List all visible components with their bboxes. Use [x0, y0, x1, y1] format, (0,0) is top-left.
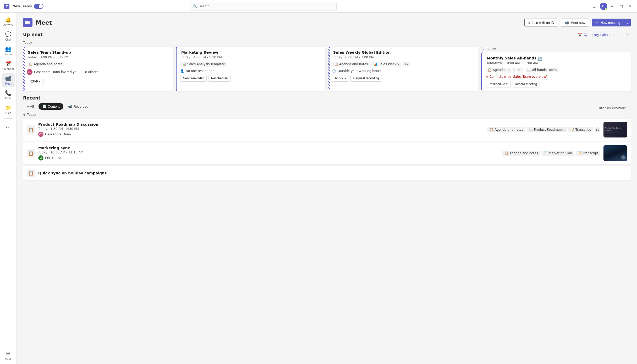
card-tag-agenda-allhands[interactable]: 📋 Agenda and notes [486, 68, 523, 72]
reschedule-button-marketing[interactable]: Reschedule [208, 75, 230, 82]
record-meeting-button[interactable]: Record meeting [512, 81, 540, 87]
extra-tag-product: +2 [595, 127, 600, 133]
agenda-icon-allhands: 📋 [488, 68, 492, 72]
list-attendee-marketing-sync: EI Eric Ishida [38, 155, 499, 161]
filter-keyword-label: Filter by keyword [597, 106, 631, 110]
calendar-small-icon: 📅 [578, 33, 582, 37]
content-area: Meet # Join with an ID 📹 Meet now ＋ New … [17, 13, 637, 364]
agenda-icon: 📋 [29, 62, 33, 66]
meet-icon: 📹 [5, 75, 12, 81]
sidebar-item-apps[interactable]: ⊞ Apps [2, 348, 15, 362]
maximize-button[interactable]: □ [618, 3, 625, 10]
today-group: ▼ Today 📋 Product Roadmap Discussion Tod… [23, 113, 631, 180]
nav-arrows: ‹ › [47, 3, 62, 10]
rsvp-button-weekly[interactable]: RSVP ▾ [332, 75, 349, 82]
conflict-link[interactable]: "Sales Team overview" [512, 75, 548, 79]
card-tag-agenda-weekly[interactable]: 📋 Agenda and notes [332, 62, 370, 67]
new-teams-toggle[interactable] [34, 4, 43, 9]
tag-roadmap[interactable]: 📊 Product Roadmap... [527, 127, 567, 132]
sidebar-item-calls[interactable]: 📞 Calls [2, 88, 15, 102]
calendar-prev-button[interactable]: ‹ [617, 31, 623, 38]
search-bar[interactable]: 🔍 [190, 2, 337, 10]
rsvp-button-standup[interactable]: RSVP ▾ [27, 78, 43, 85]
open-calendar-button[interactable]: 📅 Open my calendar [578, 33, 615, 37]
close-button[interactable]: ✕ [627, 3, 634, 10]
card-tag-allhands-topics[interactable]: 📊 All-hands topics [525, 68, 559, 72]
sidebar-item-chat[interactable]: 💬 Chat [2, 29, 15, 43]
warning-icon: ⚠️ [486, 75, 488, 79]
today-group-label: Today [27, 113, 36, 117]
teams-logo: T [3, 3, 10, 10]
calls-icon: 📞 [5, 90, 12, 96]
outside-hours-label: 🕐 Outside your working hours [332, 69, 474, 73]
card-tags-allhands: 📋 Agenda and notes 📊 All-hands topics [486, 68, 627, 72]
excel-icon: 📊 [374, 62, 377, 66]
back-arrow[interactable]: ‹ [47, 3, 54, 10]
transcript-icon: 📝 [570, 128, 574, 131]
join-with-id-button[interactable]: # Join with an ID [524, 19, 558, 26]
reschedule-button-allhands[interactable]: Reschedule ▾ [486, 81, 510, 87]
svg-text:T: T [6, 4, 8, 8]
sidebar-item-files[interactable]: 📁 Files [2, 103, 15, 116]
calendar-nav: ‹ › [617, 31, 631, 38]
card-title-sales-standup: Sales Team Stand-up [27, 50, 169, 54]
sidebar-item-activity[interactable]: 🔔 Activity [2, 15, 15, 28]
meet-now-button[interactable]: 📹 Meet now [561, 19, 589, 26]
card-tag-agenda[interactable]: 📋 Agenda and notes [27, 62, 64, 67]
meet-header: Meet # Join with an ID 📹 Meet now ＋ New … [17, 13, 637, 31]
list-item-product-roadmap[interactable]: 📋 Product Roadmap Discussion Today · 1:3… [23, 119, 631, 141]
tag-agenda-product[interactable]: 📋 Agenda and notes [487, 127, 525, 132]
sidebar-item-calendar[interactable]: 📅 Calendar [2, 59, 15, 72]
recent-section: Recent ≡ All 📄 Content 📹 Recorded [17, 95, 637, 187]
sidebar-label-apps: Apps [5, 357, 12, 360]
tab-recorded[interactable]: 📹 Recorded [64, 103, 92, 110]
transcript-icon-m: 📝 [578, 151, 582, 155]
title-bar-actions: ... AU − □ ✕ [591, 3, 634, 10]
list-item-quick-sync[interactable]: 📋 Quick sync on holiday campaigns [23, 166, 631, 180]
collapse-icon: ▼ [23, 113, 25, 117]
tag-transcript-product[interactable]: 📝 Transcript [568, 127, 593, 132]
meet-page-icon [23, 18, 32, 27]
today-group-header[interactable]: ▼ Today [23, 113, 631, 117]
sidebar-item-teams[interactable]: 👥 Teams [2, 44, 15, 58]
forward-arrow[interactable]: › [54, 3, 62, 10]
new-meeting-dropdown-button[interactable]: ⌄ [624, 19, 631, 26]
list-item-marketing-sync[interactable]: 📋 Marketing sync Today · 10:30 AM - 11:1… [23, 142, 631, 164]
attendee-text-sales-standup: Cassandra Dunn invited you + 18 others [34, 70, 98, 74]
send-reminder-button[interactable]: Send reminder [180, 75, 207, 82]
new-meeting-button[interactable]: ＋ New meeting [592, 19, 624, 26]
sidebar-item-meet[interactable]: 📹 Meet [2, 73, 15, 87]
list-item-icon-marketing-sync: 📋 [27, 149, 35, 157]
request-recording-button[interactable]: Request recording [350, 75, 382, 82]
list-item-icon-quick-sync: 📋 [27, 169, 35, 177]
sidebar-item-more[interactable]: ··· [2, 121, 15, 134]
tag-transcript-marketing[interactable]: 📝 Transcript [576, 151, 600, 156]
thumbnail-product-roadmap: Product Roadmap Discussion———————————— [603, 122, 627, 137]
card-tags-sales-weekly: 📋 Agenda and notes 📊 Sales Weekly +2 [332, 62, 474, 67]
no-response-icon: 👤 [180, 69, 184, 73]
tag-agenda-marketing[interactable]: 📋 Agenda and notes [502, 151, 540, 156]
user-avatar[interactable]: AU [600, 3, 607, 10]
minimize-button[interactable]: − [609, 3, 616, 10]
tag-marketing-plan[interactable]: 📄 Marketing Plan [542, 151, 574, 156]
card-tag-sales-analysis[interactable]: 📊 Sales Analysis Template [180, 62, 227, 67]
agenda-tag-icon: 📋 [490, 128, 493, 131]
new-meeting-split: ＋ New meeting ⌄ [592, 19, 631, 26]
list-info-quick-sync: Quick sync on holiday campaigns [38, 171, 627, 175]
tab-content[interactable]: 📄 Content [39, 103, 63, 110]
card-title-marketing-review: Marketing Review [180, 50, 322, 54]
list-time-product-roadmap: Today · 1:30 PM - 2:30 PM [38, 127, 484, 131]
card-time-sales-standup: Today · 3:00 PM - 3:30 PM [27, 56, 169, 59]
more-options-button[interactable]: ... [591, 3, 598, 10]
tab-all[interactable]: ≡ All [23, 103, 37, 110]
sidebar-label-meet: Meet [5, 82, 12, 85]
calendar-next-button[interactable]: › [624, 31, 631, 38]
card-attendees-sales-standup: CD Cassandra Dunn invited you + 18 other… [27, 69, 169, 75]
list-attendee-product-roadmap: CD Cassandra Dunn [38, 132, 484, 137]
recurring-icon: 🔄 [538, 57, 542, 61]
card-tag-sales-weekly-doc[interactable]: 📊 Sales Weekly [371, 62, 401, 67]
agenda-tag-icon-m: 📋 [504, 151, 508, 155]
tomorrow-day-label: Tomorrow [481, 47, 631, 50]
thumbnail-marketing-sync [603, 145, 627, 161]
search-input[interactable] [199, 4, 334, 8]
